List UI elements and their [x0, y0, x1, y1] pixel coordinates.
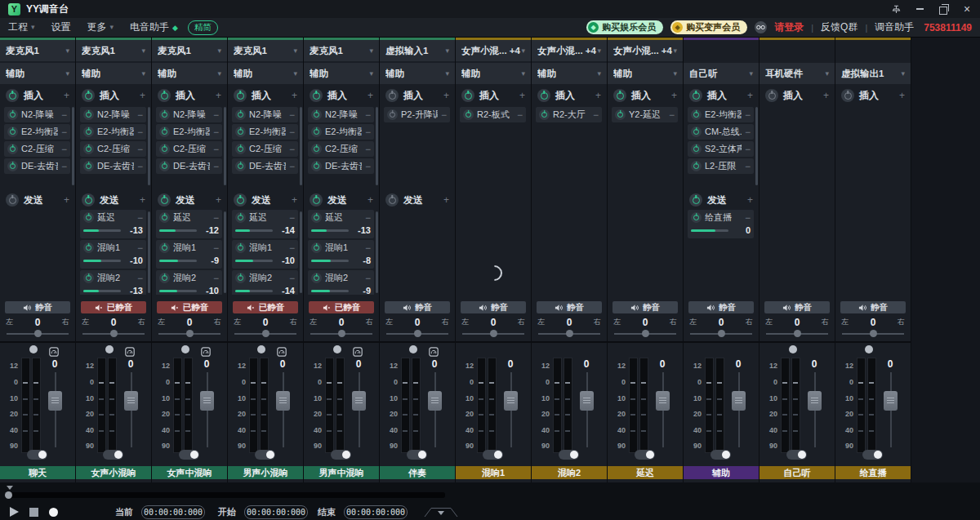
insert-effect-item[interactable]: C2-压缩− [156, 141, 222, 157]
add-insert-button[interactable]: + [368, 91, 373, 100]
channel-aux-dropdown[interactable]: 辅助▾ [456, 63, 531, 84]
pan-thumb[interactable] [110, 330, 118, 337]
add-send-button[interactable]: + [368, 195, 373, 205]
pan-slider[interactable] [385, 329, 449, 339]
send-level-slider[interactable] [159, 260, 197, 262]
remove-effect-button[interactable]: − [441, 110, 447, 120]
scrollbar[interactable] [72, 107, 74, 185]
remove-send-button[interactable]: − [289, 243, 295, 253]
remove-effect-button[interactable]: − [289, 110, 295, 120]
channel-toggle-switch[interactable] [103, 450, 123, 460]
insert-effect-item[interactable]: E2-均衡器− [232, 124, 298, 140]
remove-effect-button[interactable]: − [289, 162, 295, 171]
mute-button[interactable]: 静音 [612, 301, 678, 313]
simple-mode-badge[interactable]: 精简 [188, 20, 218, 35]
remove-effect-button[interactable]: − [289, 144, 295, 154]
send-power-button[interactable] [158, 193, 171, 207]
avatar[interactable] [755, 21, 767, 33]
insert-power-button[interactable] [385, 89, 399, 102]
channel-toggle-switch[interactable] [559, 450, 579, 460]
channel-aux-dropdown[interactable]: 耳机硬件▾ [760, 63, 835, 84]
insert-effect-item[interactable]: N2-降噪− [232, 107, 298, 122]
send-level-slider[interactable] [235, 229, 273, 232]
scrollbar[interactable] [148, 107, 150, 185]
fader-handle[interactable] [428, 391, 442, 411]
insert-effect-item[interactable]: DE-去齿音− [4, 158, 70, 174]
pan-slider[interactable] [234, 329, 297, 339]
insert-power-button[interactable] [82, 89, 95, 102]
channel-aux-dropdown[interactable]: 辅助▾ [532, 63, 607, 84]
effect-power-button[interactable] [83, 109, 94, 120]
remove-send-button[interactable]: − [365, 213, 371, 223]
scrollbar[interactable] [224, 211, 226, 293]
add-insert-button[interactable]: + [519, 91, 525, 100]
scrollbar[interactable] [755, 107, 758, 185]
remove-effect-button[interactable]: − [213, 110, 219, 120]
effect-power-button[interactable] [159, 161, 170, 171]
remove-effect-button[interactable]: − [365, 127, 371, 137]
remove-send-button[interactable]: − [137, 273, 143, 283]
menu-settings[interactable]: 设置 [51, 20, 71, 34]
send-level-slider[interactable] [311, 229, 349, 232]
add-send-button[interactable]: + [216, 195, 221, 205]
effect-power-button[interactable] [691, 109, 702, 120]
fader-handle[interactable] [124, 391, 138, 411]
remove-effect-button[interactable]: − [593, 110, 599, 120]
remove-effect-button[interactable]: − [137, 110, 143, 120]
remove-effect-button[interactable]: − [61, 162, 67, 171]
pan-thumb[interactable] [34, 330, 42, 337]
send-item[interactable]: 混响1−-9 [156, 240, 222, 269]
output-routing-label[interactable]: 女声中混响 [152, 466, 227, 479]
effect-power-button[interactable] [159, 109, 170, 120]
remove-effect-button[interactable]: − [365, 144, 371, 154]
send-item[interactable]: 混响2−-9 [308, 270, 374, 295]
effect-power-button[interactable] [7, 109, 18, 120]
effect-power-button[interactable] [311, 144, 322, 154]
pan-slider[interactable] [613, 329, 677, 339]
fader-handle[interactable] [352, 391, 366, 411]
pan-thumb[interactable] [338, 330, 345, 337]
remove-effect-button[interactable]: − [365, 162, 371, 171]
channel-aux-dropdown[interactable]: 辅助▾ [228, 63, 303, 84]
send-level-slider[interactable] [83, 260, 121, 262]
effect-power-button[interactable] [311, 109, 322, 120]
remove-effect-button[interactable]: − [213, 127, 219, 137]
send-item[interactable]: 给直播−0 [688, 210, 754, 238]
pan-slider[interactable] [689, 329, 753, 339]
pan-slider[interactable] [461, 329, 525, 339]
mute-button[interactable]: 已静音 [81, 301, 146, 313]
insert-power-button[interactable] [537, 89, 550, 102]
remove-effect-button[interactable]: − [137, 127, 143, 137]
effect-power-button[interactable] [311, 127, 322, 137]
pan-slider[interactable] [6, 329, 69, 339]
effect-power-button[interactable] [235, 127, 246, 137]
send-power-button[interactable] [6, 193, 19, 207]
insert-effect-item[interactable]: DE-去齿音− [156, 158, 222, 174]
scrollbar[interactable] [148, 211, 150, 293]
pan-slider[interactable] [537, 329, 601, 339]
send-level-slider[interactable] [159, 290, 197, 292]
effect-power-button[interactable] [83, 144, 94, 154]
menu-more[interactable]: 更多 ▾ [87, 20, 114, 34]
remove-send-button[interactable]: − [213, 243, 219, 253]
channel-source-dropdown[interactable]: 麦克风1▾ [228, 40, 303, 61]
insert-effect-item[interactable]: C2-压缩− [80, 141, 146, 157]
send-item[interactable]: 混响1−-8 [308, 240, 374, 269]
remove-send-button[interactable]: − [289, 213, 295, 223]
start-time-field[interactable]: 00:00:00:000 [244, 505, 308, 519]
scrollbar[interactable] [224, 107, 226, 185]
insert-power-button[interactable] [6, 89, 19, 102]
remove-effect-button[interactable]: − [745, 110, 751, 120]
send-item[interactable]: 混响2−-14 [232, 270, 298, 295]
channel-source-dropdown[interactable]: 麦克风1▾ [76, 40, 151, 61]
send-item[interactable]: 混响1−-10 [80, 240, 146, 269]
pan-thumb[interactable] [186, 330, 194, 337]
send-item[interactable]: 延迟−-14 [232, 210, 298, 238]
send-item-power-button[interactable] [159, 273, 170, 283]
close-icon[interactable]: × [962, 4, 972, 14]
fader-handle[interactable] [504, 391, 518, 411]
add-send-button[interactable]: + [443, 195, 449, 205]
send-item[interactable]: 延迟−-13 [80, 210, 146, 238]
send-item[interactable]: 延迟−-12 [156, 210, 222, 238]
send-level-slider[interactable] [235, 290, 273, 292]
